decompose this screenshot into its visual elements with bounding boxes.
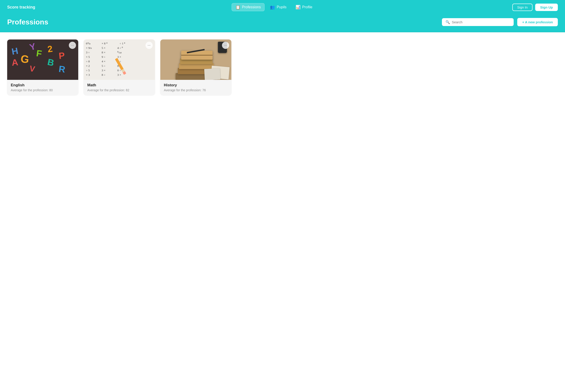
- new-profession-button[interactable]: + A new profession: [517, 18, 558, 26]
- nav-auth: Sign In Sign Up: [512, 4, 558, 11]
- card-english[interactable]: H G A F Y V 2 B P R ··· English Average …: [7, 40, 78, 95]
- cards-grid: H G A F Y V 2 B P R ··· English Average …: [7, 40, 231, 95]
- main-content: H G A F Y V 2 B P R ··· English Average …: [0, 32, 565, 392]
- search-input[interactable]: [452, 20, 510, 24]
- card-body-math: Math Average for the profession: 82: [84, 80, 155, 95]
- nav-label-pupils: Pupils: [277, 5, 287, 9]
- signin-button[interactable]: Sign In: [512, 4, 533, 11]
- pupils-nav-icon: 👥: [270, 5, 275, 10]
- card-title-english: English: [11, 83, 75, 87]
- signup-button[interactable]: Sign Up: [535, 4, 558, 11]
- search-icon: 🔍: [445, 20, 450, 24]
- nav-item-pupils[interactable]: 👥 Pupils: [266, 3, 290, 11]
- nav-item-profile[interactable]: 📊 Profile: [292, 3, 316, 11]
- nav-label-profile: Profile: [302, 5, 312, 9]
- card-body-english: English Average for the profession: 80: [7, 80, 78, 95]
- card-history[interactable]: ··· History Average for the profession: …: [160, 40, 231, 95]
- sub-header: Professions 🔍 + A new profession: [0, 14, 565, 32]
- card-image-english: H G A F Y V 2 B P R ···: [7, 40, 78, 80]
- nav-links: 📋 Professions 👥 Pupils 📊 Profile: [39, 3, 509, 11]
- card-menu-button-math[interactable]: ···: [146, 42, 153, 49]
- card-image-history: ···: [160, 40, 231, 80]
- search-bar: 🔍: [442, 18, 514, 26]
- card-math[interactable]: 6⁴/₃ × 8 ⁴ ÷ 1 ⁴ × 9/₆ 5 × 4 ÷ ⁶ 3 ÷ 8 ×…: [84, 40, 155, 95]
- card-title-math: Math: [87, 83, 151, 87]
- card-subtitle-english: Average for the profession: 80: [11, 88, 75, 92]
- professions-nav-icon: 📋: [235, 5, 240, 10]
- card-title-history: History: [164, 83, 228, 87]
- card-menu-button-history[interactable]: ···: [222, 42, 229, 49]
- profile-nav-icon: 📊: [295, 5, 301, 10]
- nav-item-professions[interactable]: 📋 Professions: [232, 3, 265, 11]
- card-subtitle-history: Average for the profession: 76: [164, 88, 228, 92]
- page-title: Professions: [7, 18, 438, 26]
- card-image-math: 6⁴/₃ × 8 ⁴ ÷ 1 ⁴ × 9/₆ 5 × 4 ÷ ⁶ 3 ÷ 8 ×…: [84, 40, 155, 80]
- top-nav: Score tracking 📋 Professions 👥 Pupils 📊 …: [0, 0, 565, 14]
- nav-label-professions: Professions: [242, 5, 261, 9]
- card-body-history: History Average for the profession: 76: [160, 80, 231, 95]
- brand-title: Score tracking: [7, 5, 35, 10]
- card-subtitle-math: Average for the profession: 82: [87, 88, 151, 92]
